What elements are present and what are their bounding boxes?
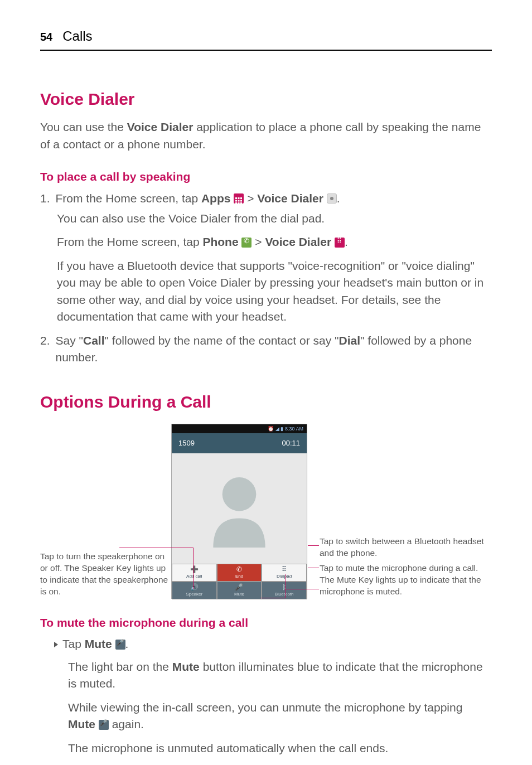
place-call-speaking-heading: To place a call by speaking [40,168,492,185]
step1-line2: You can also use the Voice Dialer from t… [57,210,492,227]
call-info-bar: 1509 00:11 [172,433,307,453]
apps-label: Apps [201,192,231,205]
voice-dialer-heading: Voice Dialer [40,87,492,112]
mute-bold-2: Mute [68,718,95,730]
call-label: Call [83,334,105,347]
mute-p2: While viewing the in-call screen, you ca… [68,699,492,733]
speaker-callout: Tap to turn the speakerphone on or off. … [40,551,171,598]
mic-icon: 🎤 [235,584,243,590]
in-call-screenshot: ⏰ ◢ ▮ 8:30 AM 1509 00:11 ➕Add call ✆End … [171,424,307,599]
svg-rect-6 [235,202,237,204]
end-call-button[interactable]: ✆End [217,564,262,582]
mute-callout: Tap to mute the microphone during a call… [320,563,492,598]
caller-id: 1509 [178,438,195,449]
mute-p1: The light bar on the Mute button illumin… [68,659,492,693]
callout-line [193,548,194,589]
dial-label: Dial [339,334,361,347]
svg-point-9 [223,477,257,511]
dialpad-button[interactable]: ⠿Dialpad [262,564,307,582]
mute-label: Mute [85,637,112,650]
status-bar: ⏰ ◢ ▮ 8:30 AM [172,424,307,433]
step-2: 2. Say "Call" followed by the name of th… [40,332,492,366]
phone-label: Phone [202,235,238,248]
battery-icon: ▮ [280,426,283,432]
svg-rect-3 [235,200,237,202]
add-call-button[interactable]: ➕Add call [172,564,217,582]
section-title: Calls [62,27,92,46]
page-header: 54 Calls [40,27,492,51]
callout-line [260,598,286,598]
label: Mute [234,591,244,598]
callout-line [286,589,319,589]
callout-line [119,548,193,548]
voice-dialer-label-2: Voice Dialer [265,235,331,248]
text: You can use the [40,120,127,133]
phone-icon [241,238,252,248]
voice-dialer-intro: You can use the Voice Dialer application… [40,119,492,153]
step-number: 1. [40,190,50,207]
callout-line [308,568,319,568]
svg-rect-4 [238,200,240,202]
voice-dialer-dialpad-icon [335,238,345,248]
callout-line [308,545,319,546]
mute-icon [115,640,125,650]
step1-line4: If you have a Bluetooth device that supp… [57,258,492,326]
label: Speaker [186,591,202,598]
screenshot-area: Tap to turn the speakerphone on or off. … [40,424,492,599]
step1-line3: From the Home screen, tap Phone > Voice … [57,234,492,250]
speaker-icon: 🔊 [190,584,199,590]
call-timer: 00:11 [282,438,300,449]
speaker-button[interactable]: 🔊Speaker [172,582,217,599]
mute-p3: The microphone is unmuted automatically … [68,740,492,757]
voice-dialer-label: Voice Dialer [257,192,323,205]
voice-dialer-bold: Voice Dialer [127,120,194,133]
left-callouts: Tap to turn the speakerphone on or off. … [40,551,171,599]
bullet-text: Tap Mute . [62,636,128,652]
text: Say " [56,334,83,347]
svg-rect-2 [240,197,242,199]
mute-mic-heading: To mute the microphone during a call [40,614,492,631]
text: The light bar on the [68,660,172,673]
label: End [235,573,243,580]
text: " followed by the name of the contact or… [105,334,339,347]
svg-rect-5 [240,200,242,202]
text: From the Home screen, tap [56,192,201,205]
mute-button[interactable]: 🎤Mute [217,582,262,599]
mute-icon [99,720,109,730]
dialpad-icon: ⠿ [282,566,287,573]
step-body: Say "Call" followed by the name of the c… [56,332,492,366]
text: . [125,637,129,650]
page-number: 54 [40,29,52,45]
label: Add call [186,573,202,580]
text: . [345,235,348,248]
callout-line [286,574,286,598]
label: Bluetooth [275,591,294,598]
step-1: 1. From the Home screen, tap Apps > Voic… [40,190,492,207]
text: From the Home screen, tap [57,235,202,248]
right-callouts: Tap to switch between a Bluetooth headse… [307,536,492,599]
text: . [337,192,340,205]
step-body: From the Home screen, tap Apps > Voice D… [56,190,492,207]
svg-rect-7 [238,202,240,204]
apps-icon [234,193,244,204]
text: While viewing the in-call screen, you ca… [68,701,462,714]
text: again. [109,718,144,730]
svg-rect-8 [240,202,242,204]
text: > [252,235,265,248]
handset-icon: ✆ [236,566,242,573]
bluetooth-callout: Tap to switch between a Bluetooth headse… [320,536,492,559]
text: > [244,192,257,205]
text: Tap [62,637,85,650]
step-number: 2. [40,332,50,366]
options-during-call-heading: Options During a Call [40,390,492,414]
label: Dialpad [277,573,292,580]
bluetooth-button[interactable]: ᛒBluetooth [262,582,307,599]
plus-icon: ➕ [190,566,199,573]
status-time: 8:30 AM [285,426,303,432]
svg-rect-0 [235,197,237,199]
voice-dialer-icon [327,193,337,204]
signal-icon: ◢ [275,426,279,432]
triangle-bullet-icon [54,642,58,647]
mute-bold: Mute [172,660,200,673]
svg-rect-1 [238,197,240,199]
